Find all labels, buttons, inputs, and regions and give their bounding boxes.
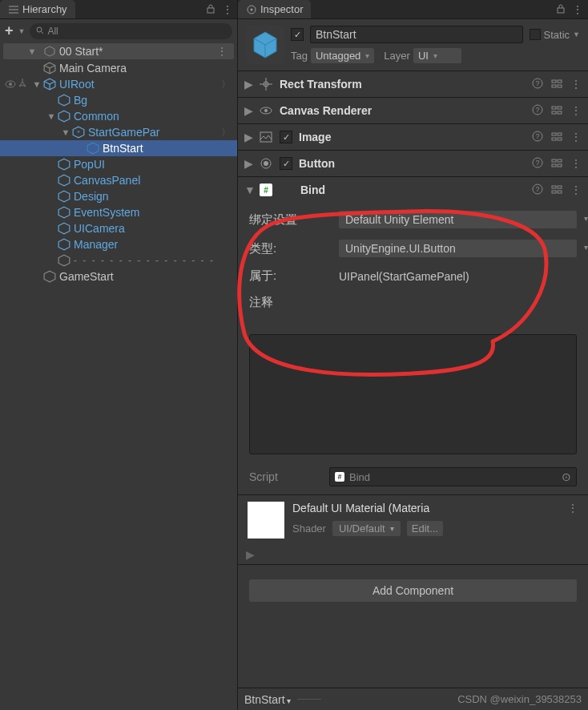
gameobject-cube-icon[interactable] [246,26,284,64]
button-icon [259,156,273,171]
visibility-icon[interactable] [5,78,16,91]
add-button[interactable]: + [5,22,14,39]
tree-item-startgamepanel[interactable]: + StartGamePar 〉 [0,124,237,140]
shader-dropdown[interactable]: UI/Default [332,521,401,536]
preset-icon[interactable] [551,131,562,144]
kebab-icon[interactable]: ⋮ [572,3,583,16]
help-icon[interactable]: ? [532,78,543,91]
prefab-open-icon[interactable]: 〉 [221,126,231,139]
svg-rect-57 [552,133,556,135]
collapse-caret-icon[interactable]: ▼ [244,184,252,196]
object-name-input[interactable] [310,26,523,43]
prefab-plus-icon: + [72,126,85,139]
preset-icon[interactable] [551,104,562,118]
svg-point-4 [37,27,42,32]
script-icon: # [259,183,273,197]
script-field[interactable]: Bind ⊙ [329,467,577,486]
gameobject-icon [58,254,70,267]
help-icon[interactable]: ? [532,184,543,197]
watermark: CSDN @weixin_39538253 [457,693,582,705]
prefab-icon [58,110,70,123]
component-title: Image [299,131,526,143]
help-icon[interactable]: ? [532,131,543,144]
object-picker-icon[interactable]: ⊙ [562,470,571,483]
bind-belongs-label: 属于: [249,268,331,284]
edit-shader-button[interactable]: Edit... [407,521,443,536]
tree-item-common[interactable]: Common [0,108,237,124]
tree-item-popui[interactable]: PopUI [0,156,237,172]
lock-icon[interactable] [556,3,566,16]
component-bind[interactable]: ▼ # Bind ? ⋮ [238,177,588,203]
scene-row[interactable]: 00 Start* ⋮ [3,43,234,59]
component-button[interactable]: ▶ ✓ Button ? ⋮ [238,151,588,176]
caret-icon[interactable] [32,79,42,89]
preset-icon[interactable] [551,78,562,91]
prefab-icon [58,238,70,251]
breadcrumb-object[interactable]: BtnStart [244,693,291,706]
tree-item-main-camera[interactable]: Main Camera [0,60,237,76]
tag-dropdown[interactable]: Untagged [311,48,374,63]
tree-item-uiroot[interactable]: UIRoot 〉 [0,76,237,92]
component-title: Button [299,157,526,170]
kebab-icon[interactable]: ⋮ [567,502,578,514]
preset-icon[interactable] [551,157,562,171]
bind-comment-textarea[interactable] [249,334,577,454]
kebab-icon[interactable]: ⋮ [570,131,582,143]
lock-icon[interactable] [206,3,215,16]
caret-icon[interactable] [27,46,37,56]
tree-item-canvaspanel[interactable]: CanvasPanel [0,172,237,188]
svg-rect-67 [552,164,556,167]
svg-point-62 [264,161,268,166]
image-enabled-checkbox[interactable]: ✓ [280,131,292,143]
active-checkbox[interactable]: ✓ [291,28,304,41]
help-icon[interactable]: ? [532,157,543,171]
tree-item-divider[interactable]: - - - - - - - - - - - - - - - - [0,252,237,268]
component-image[interactable]: ▶ ✓ Image ? ⋮ [238,124,588,150]
layer-dropdown[interactable]: UI [413,48,461,63]
collapse-caret-icon[interactable]: ▶ [244,104,252,117]
collapse-caret-icon[interactable]: ▶ [244,157,252,170]
prefab-open-icon[interactable]: 〉 [221,78,231,91]
component-canvas-renderer[interactable]: ▶ Canvas Renderer ? ⋮ [238,98,588,123]
kebab-icon[interactable]: ⋮ [570,104,582,117]
svg-line-15 [50,82,55,84]
button-enabled-checkbox[interactable]: ✓ [280,157,292,170]
add-dropdown-caret[interactable]: ▼ [18,27,26,35]
static-checkbox[interactable] [530,29,541,40]
kebab-icon[interactable]: ⋮ [570,157,582,170]
svg-rect-72 [558,186,562,188]
tree-item-eventsystem[interactable]: EventSystem [0,204,237,220]
tree-item-gamestart[interactable]: GameStart [0,268,237,284]
component-rect-transform[interactable]: ▶ Rect Transform ? ⋮ [238,71,588,97]
hierarchy-tab[interactable]: Hierarchy [0,0,75,18]
pickable-icon[interactable] [18,78,27,91]
kebab-icon[interactable]: ⋮ [570,184,582,196]
tree-item-btnstart[interactable]: BtnStart [0,140,237,156]
tree-item-uicamera[interactable]: UICamera [0,220,237,236]
preset-icon[interactable] [551,184,562,197]
tree-item-manager[interactable]: Manager [0,236,237,252]
static-dropdown-caret[interactable]: ▼ [573,30,580,38]
collapse-caret-icon[interactable]: ▶ [244,78,252,91]
material-expand-caret[interactable]: ▶ [238,545,588,564]
tree-item-bg[interactable]: Bg [0,92,237,108]
caret-icon[interactable] [61,127,70,137]
tree-item-design[interactable]: Design [0,188,237,204]
material-title: Default UI Material (Materia [292,502,559,514]
bind-type-dropdown[interactable]: UnityEngine.UI.Button [339,240,577,257]
kebab-icon[interactable]: ⋮ [222,3,232,16]
svg-rect-65 [552,159,556,162]
kebab-icon[interactable]: ⋮ [570,78,582,91]
help-icon[interactable]: ? [532,104,543,118]
caret-icon[interactable] [46,111,56,121]
material-thumbnail[interactable] [248,502,284,539]
add-component-button[interactable]: Add Component [249,579,577,602]
item-label: - - - - - - - - - - - - - - - - [74,255,215,266]
bind-settings-dropdown[interactable]: Default Unity Element [339,211,577,228]
search-input[interactable]: All [30,23,232,39]
inspector-tab[interactable]: Inspector [238,0,311,18]
item-label: UICamera [74,222,125,235]
scene-menu-icon[interactable]: ⋮ [216,45,228,58]
prefab-icon [58,206,70,219]
collapse-caret-icon[interactable]: ▶ [244,131,252,143]
